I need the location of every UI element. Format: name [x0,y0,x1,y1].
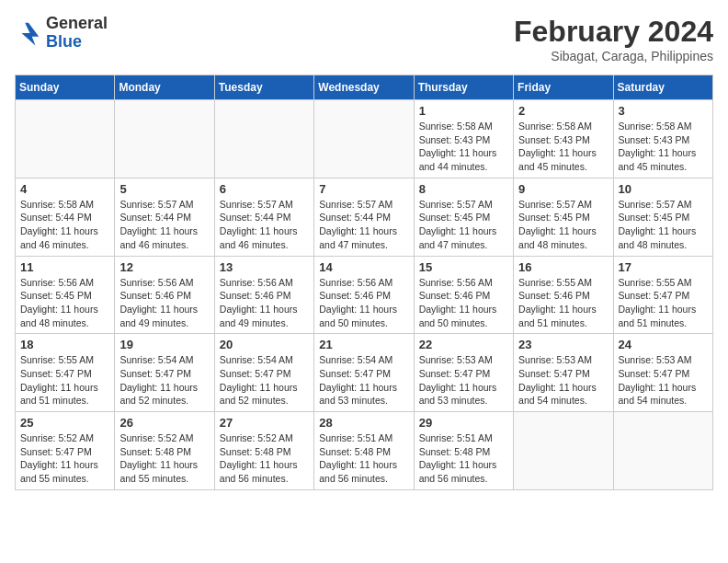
page-header: General Blue February 2024 Sibagat, Cara… [15,15,713,63]
day-info: Sunrise: 5:58 AM Sunset: 5:43 PM Dayligh… [419,120,508,174]
calendar-cell: 29Sunrise: 5:51 AM Sunset: 5:48 PM Dayli… [414,412,513,490]
weekday-header-sunday: Sunday [16,75,115,100]
day-number: 18 [20,338,109,351]
calendar-cell: 26Sunrise: 5:52 AM Sunset: 5:48 PM Dayli… [115,412,214,490]
day-info: Sunrise: 5:53 AM Sunset: 5:47 PM Dayligh… [518,353,608,408]
day-number: 20 [220,338,309,351]
day-info: Sunrise: 5:51 AM Sunset: 5:48 PM Dayligh… [319,431,408,486]
day-number: 10 [619,182,708,196]
day-number: 26 [119,416,209,430]
calendar-cell [514,412,613,490]
day-number: 23 [518,338,608,351]
calendar-cell: 22Sunrise: 5:53 AM Sunset: 5:47 PM Dayli… [414,334,513,412]
day-info: Sunrise: 5:52 AM Sunset: 5:48 PM Dayligh… [220,431,309,486]
calendar-cell: 3Sunrise: 5:58 AM Sunset: 5:43 PM Daylig… [613,100,712,178]
week-row-5: 25Sunrise: 5:52 AM Sunset: 5:47 PM Dayli… [16,412,713,490]
week-row-4: 18Sunrise: 5:55 AM Sunset: 5:47 PM Dayli… [16,334,713,412]
day-info: Sunrise: 5:51 AM Sunset: 5:48 PM Dayligh… [419,431,508,486]
weekday-header-row: SundayMondayTuesdayWednesdayThursdayFrid… [16,75,713,100]
calendar-cell: 5Sunrise: 5:57 AM Sunset: 5:44 PM Daylig… [115,178,214,256]
calendar-cell [115,100,214,178]
day-number: 21 [319,338,408,351]
title-block: February 2024 Sibagat, Caraga, Philippin… [514,15,713,63]
week-row-1: 1Sunrise: 5:58 AM Sunset: 5:43 PM Daylig… [16,100,713,178]
day-info: Sunrise: 5:58 AM Sunset: 5:44 PM Dayligh… [20,198,109,252]
week-row-2: 4Sunrise: 5:58 AM Sunset: 5:44 PM Daylig… [16,178,713,256]
calendar-cell [314,100,414,178]
day-info: Sunrise: 5:57 AM Sunset: 5:44 PM Dayligh… [319,198,408,252]
day-number: 13 [220,260,309,274]
calendar-cell: 13Sunrise: 5:56 AM Sunset: 5:46 PM Dayli… [214,256,313,334]
day-info: Sunrise: 5:55 AM Sunset: 5:46 PM Dayligh… [518,276,608,330]
calendar-cell: 16Sunrise: 5:55 AM Sunset: 5:46 PM Dayli… [514,256,613,334]
day-number: 14 [319,260,408,274]
day-info: Sunrise: 5:54 AM Sunset: 5:47 PM Dayligh… [119,353,209,408]
calendar-cell: 10Sunrise: 5:57 AM Sunset: 5:45 PM Dayli… [613,178,712,256]
day-info: Sunrise: 5:52 AM Sunset: 5:48 PM Dayligh… [119,431,209,486]
day-number: 27 [220,416,309,430]
day-info: Sunrise: 5:57 AM Sunset: 5:45 PM Dayligh… [419,198,508,252]
weekday-header-wednesday: Wednesday [314,75,414,100]
weekday-header-thursday: Thursday [414,75,513,100]
day-info: Sunrise: 5:56 AM Sunset: 5:46 PM Dayligh… [319,276,408,330]
calendar-cell: 14Sunrise: 5:56 AM Sunset: 5:46 PM Dayli… [314,256,414,334]
day-info: Sunrise: 5:56 AM Sunset: 5:46 PM Dayligh… [419,276,508,330]
calendar-cell: 23Sunrise: 5:53 AM Sunset: 5:47 PM Dayli… [514,334,613,412]
calendar-cell: 15Sunrise: 5:56 AM Sunset: 5:46 PM Dayli… [414,256,513,334]
calendar-cell: 28Sunrise: 5:51 AM Sunset: 5:48 PM Dayli… [314,412,414,490]
day-info: Sunrise: 5:54 AM Sunset: 5:47 PM Dayligh… [220,353,309,408]
calendar-cell: 24Sunrise: 5:53 AM Sunset: 5:47 PM Dayli… [613,334,712,412]
day-info: Sunrise: 5:56 AM Sunset: 5:45 PM Dayligh… [20,276,109,330]
calendar-cell: 6Sunrise: 5:57 AM Sunset: 5:44 PM Daylig… [214,178,313,256]
day-number: 28 [319,416,408,430]
calendar-cell: 17Sunrise: 5:55 AM Sunset: 5:47 PM Dayli… [613,256,712,334]
day-info: Sunrise: 5:55 AM Sunset: 5:47 PM Dayligh… [20,353,109,408]
day-number: 9 [518,182,608,196]
day-info: Sunrise: 5:58 AM Sunset: 5:43 PM Dayligh… [518,120,608,174]
weekday-header-saturday: Saturday [613,75,712,100]
day-number: 12 [119,260,209,274]
day-number: 19 [119,338,209,351]
calendar-cell [613,412,712,490]
day-number: 7 [319,182,408,196]
day-info: Sunrise: 5:54 AM Sunset: 5:47 PM Dayligh… [319,353,408,408]
day-number: 5 [119,182,209,196]
day-info: Sunrise: 5:53 AM Sunset: 5:47 PM Dayligh… [419,353,508,408]
day-number: 22 [419,338,508,351]
location: Sibagat, Caraga, Philippines [514,49,713,63]
month-year: February 2024 [514,15,713,49]
day-number: 16 [518,260,608,274]
calendar-cell: 11Sunrise: 5:56 AM Sunset: 5:45 PM Dayli… [16,256,115,334]
weekday-header-friday: Friday [514,75,613,100]
calendar-cell: 27Sunrise: 5:52 AM Sunset: 5:48 PM Dayli… [214,412,313,490]
calendar-table: SundayMondayTuesdayWednesdayThursdayFrid… [15,75,713,490]
day-number: 6 [220,182,309,196]
day-number: 11 [20,260,109,274]
day-number: 4 [20,182,109,196]
calendar-cell: 9Sunrise: 5:57 AM Sunset: 5:45 PM Daylig… [514,178,613,256]
calendar-cell: 1Sunrise: 5:58 AM Sunset: 5:43 PM Daylig… [414,100,513,178]
calendar-cell: 18Sunrise: 5:55 AM Sunset: 5:47 PM Dayli… [16,334,115,412]
logo-text: General Blue [46,15,108,52]
day-info: Sunrise: 5:57 AM Sunset: 5:45 PM Dayligh… [518,198,608,252]
day-number: 1 [419,104,508,118]
svg-marker-1 [22,23,40,46]
calendar-cell: 19Sunrise: 5:54 AM Sunset: 5:47 PM Dayli… [115,334,214,412]
day-info: Sunrise: 5:57 AM Sunset: 5:44 PM Dayligh… [220,198,309,252]
day-info: Sunrise: 5:53 AM Sunset: 5:47 PM Dayligh… [619,353,708,408]
day-number: 17 [619,260,708,274]
day-number: 29 [419,416,508,430]
day-number: 24 [619,338,708,351]
day-info: Sunrise: 5:56 AM Sunset: 5:46 PM Dayligh… [220,276,309,330]
day-info: Sunrise: 5:56 AM Sunset: 5:46 PM Dayligh… [119,276,209,330]
calendar-cell: 8Sunrise: 5:57 AM Sunset: 5:45 PM Daylig… [414,178,513,256]
weekday-header-monday: Monday [115,75,214,100]
logo-icon [15,19,42,47]
week-row-3: 11Sunrise: 5:56 AM Sunset: 5:45 PM Dayli… [16,256,713,334]
day-number: 8 [419,182,508,196]
day-info: Sunrise: 5:57 AM Sunset: 5:45 PM Dayligh… [619,198,708,252]
day-info: Sunrise: 5:58 AM Sunset: 5:43 PM Dayligh… [619,120,708,174]
day-number: 15 [419,260,508,274]
calendar-cell: 12Sunrise: 5:56 AM Sunset: 5:46 PM Dayli… [115,256,214,334]
calendar-cell: 2Sunrise: 5:58 AM Sunset: 5:43 PM Daylig… [514,100,613,178]
